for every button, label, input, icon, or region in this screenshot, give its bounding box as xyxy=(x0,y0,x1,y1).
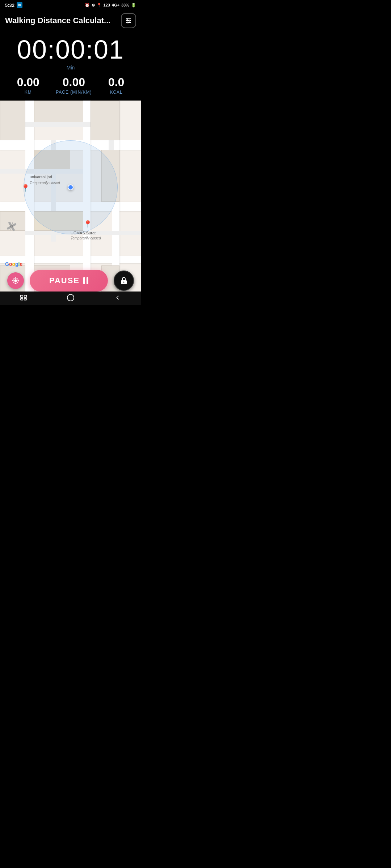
status-time: 5:32 xyxy=(5,3,14,8)
status-bar: 5:32 in ⏰ ⊛ 📍 123 4G+ 33% 🔋 xyxy=(0,0,141,10)
svg-point-5 xyxy=(127,22,129,23)
stats-row: 0.00 KM 0.00 PACE (MIN/KM) 0.0 KCAL xyxy=(5,76,136,95)
lock-button[interactable] xyxy=(114,271,134,291)
satellite-icon xyxy=(6,221,17,234)
bottom-controls: PAUSE xyxy=(0,270,141,292)
timer-display: 00:00:01 xyxy=(5,35,136,64)
status-left: 5:32 in xyxy=(5,2,22,8)
svg-rect-20 xyxy=(20,295,23,297)
nav-recents-button[interactable] xyxy=(13,292,34,305)
app-header: Walking Distance Calculat... xyxy=(0,10,141,33)
bluetooth-icon: ⊛ xyxy=(92,3,95,8)
distance-unit: KM xyxy=(17,90,39,95)
location-status-icon: 📍 xyxy=(97,3,102,8)
pause-label: PAUSE xyxy=(49,276,80,285)
ucmas-status: Temporarily closed xyxy=(71,236,101,240)
svg-point-4 xyxy=(129,20,130,21)
svg-point-24 xyxy=(67,294,74,301)
pause-icon xyxy=(83,277,88,284)
battery-icon: 🔋 xyxy=(131,3,136,8)
calories-stat: 0.0 KCAL xyxy=(108,76,124,95)
place-label: univarsal jari xyxy=(30,175,52,179)
google-logo: Google xyxy=(5,261,22,267)
distance-stat: 0.00 KM xyxy=(17,76,39,95)
svg-point-19 xyxy=(123,282,125,283)
svg-point-3 xyxy=(127,18,128,19)
distance-value: 0.00 xyxy=(17,76,39,89)
battery-percent: 33% xyxy=(121,3,129,7)
nav-back-button[interactable] xyxy=(107,292,129,305)
navigation-bar xyxy=(0,292,141,305)
linkedin-icon: in xyxy=(17,2,22,8)
data-speed: 123 xyxy=(104,3,110,7)
app-title: Walking Distance Calculat... xyxy=(5,16,110,25)
svg-point-12 xyxy=(14,279,17,282)
map-pin-1: 📍 xyxy=(21,184,30,192)
pace-value: 0.00 xyxy=(56,76,92,89)
pause-button[interactable]: PAUSE xyxy=(30,270,108,292)
svg-rect-22 xyxy=(20,298,23,300)
my-location-button[interactable] xyxy=(7,272,24,289)
calories-value: 0.0 xyxy=(108,76,124,89)
pace-stat: 0.00 PACE (MIN/KM) xyxy=(56,76,92,95)
map-background: univarsal jari Temporarily closed 📍 📍 UC… xyxy=(0,101,141,296)
alarm-icon: ⏰ xyxy=(85,3,90,8)
signal-strength: 4G+ xyxy=(112,3,119,7)
status-right: ⏰ ⊛ 📍 123 4G+ 33% 🔋 xyxy=(85,3,136,8)
svg-rect-21 xyxy=(24,295,26,297)
timer-section: 00:00:01 Min 0.00 KM 0.00 PACE (MIN/KM) … xyxy=(0,33,141,101)
timer-label: Min xyxy=(5,65,136,71)
map-section[interactable]: univarsal jari Temporarily closed 📍 📍 UC… xyxy=(0,101,141,296)
settings-button[interactable] xyxy=(121,13,136,28)
pace-unit: PACE (MIN/KM) xyxy=(56,90,92,95)
user-location-dot xyxy=(68,184,73,190)
map-pin-2: 📍 xyxy=(83,220,92,229)
calories-unit: KCAL xyxy=(108,90,124,95)
ucmas-label: UCMAS Surat xyxy=(71,231,96,235)
place-status: Temporarily closed xyxy=(30,181,60,185)
nav-home-button[interactable] xyxy=(59,292,82,306)
svg-rect-23 xyxy=(24,298,26,300)
